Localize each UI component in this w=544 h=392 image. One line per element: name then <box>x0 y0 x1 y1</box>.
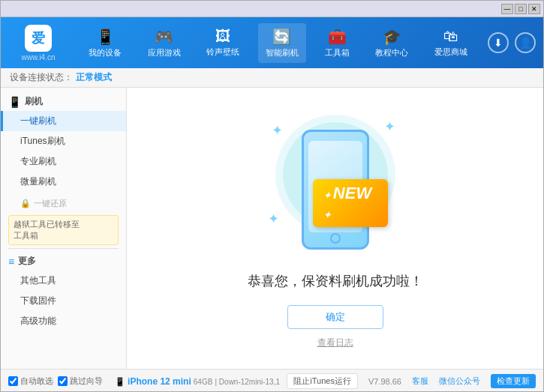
store-label: 爱思商城 <box>434 46 467 58</box>
store-icon: 🛍 <box>443 28 458 45</box>
nav-store[interactable]: 🛍 爱思商城 <box>427 23 475 62</box>
other-tools-label: 其他工具 <box>20 275 56 286</box>
content-area: ✦ ✦ ✦ NEW 恭喜您，保资料刷机成功啦！ 确定 查看日志 <box>127 88 543 369</box>
nav-bar: 📱 我的设备 🎮 应用游戏 🖼 铃声壁纸 🔄 智能刷机 🧰 工具箱 🎓 <box>76 23 480 63</box>
flash-section-label: 刷机 <box>25 95 43 108</box>
nav-tutorial[interactable]: 🎓 教程中心 <box>368 23 416 63</box>
sidebar-item-pro-flash[interactable]: 专业刷机 <box>1 151 126 172</box>
main-area: 📱 刷机 一键刷机 iTunes刷机 专业刷机 微量刷机 <box>1 88 543 369</box>
device-name: iPhone 12 mini <box>128 376 191 387</box>
pro-flash-label: 专业刷机 <box>20 156 56 166</box>
nav-ringtone-wallpaper[interactable]: 🖼 铃声壁纸 <box>199 23 247 62</box>
one-key-flash-label: 一键刷机 <box>20 115 56 126</box>
sidebar: 📱 刷机 一键刷机 iTunes刷机 专业刷机 微量刷机 <box>1 88 127 369</box>
notice-text: 越狱工具已转移至工具箱 <box>14 220 80 240</box>
sparkle-2: ✦ <box>384 118 395 135</box>
more-section-icon: ≡ <box>8 256 14 268</box>
header: 爱 www.i4.cn 📱 我的设备 🎮 应用游戏 🖼 铃声壁纸 🔄 智能刷机 <box>1 17 543 68</box>
confirm-button[interactable]: 确定 <box>287 305 383 329</box>
sidebar-section-flash: 📱 刷机 一键刷机 iTunes刷机 专业刷机 微量刷机 <box>1 92 126 192</box>
restore-label: 一键还原 <box>34 198 67 209</box>
advanced-label: 高级功能 <box>20 316 56 326</box>
sidebar-section-more: ≡ 更多 其他工具 下载固件 高级功能 <box>1 252 126 331</box>
restore-section-header: 🔒 一键还原 <box>1 195 126 212</box>
new-badge: NEW <box>313 179 388 227</box>
view-log-link[interactable]: 查看日志 <box>317 337 353 349</box>
device-capacity: 64GB <box>194 378 213 386</box>
maximize-button[interactable]: □ <box>515 4 527 14</box>
app-game-icon: 🎮 <box>155 28 173 46</box>
wechat-public-link[interactable]: 微信公众号 <box>439 376 480 387</box>
my-device-icon: 📱 <box>96 28 115 46</box>
minimize-button[interactable]: — <box>501 4 513 14</box>
auto-report-checkbox[interactable]: 自动敢选 <box>8 376 53 387</box>
toolbox-label: 工具箱 <box>325 47 350 58</box>
sidebar-item-one-key-flash[interactable]: 一键刷机 <box>1 111 126 131</box>
phone-home-btn <box>330 233 341 244</box>
sparkle-3: ✦ <box>268 211 279 227</box>
skip-wizard-checkbox[interactable]: 跳过向导 <box>58 376 103 387</box>
toolbox-icon: 🧰 <box>328 28 347 46</box>
nav-my-device[interactable]: 📱 我的设备 <box>81 23 129 63</box>
ringtone-label: 铃声壁纸 <box>206 46 239 58</box>
my-device-label: 我的设备 <box>89 47 122 58</box>
footer: 自动敢选 跳过向导 📱 iPhone 12 mini 64GB | Down-1… <box>1 369 543 392</box>
tutorial-icon: 🎓 <box>383 28 401 46</box>
jailbreak-notice: 越狱工具已转移至工具箱 <box>8 215 119 245</box>
customer-service-link[interactable]: 客服 <box>412 376 428 387</box>
ringtone-icon: 🖼 <box>215 28 230 45</box>
sidebar-divider <box>8 248 119 249</box>
lock-icon: 🔒 <box>20 199 31 208</box>
skip-wizard-input[interactable] <box>58 376 68 386</box>
itunes-flash-label: iTunes刷机 <box>20 136 65 146</box>
phone-icon: 📱 <box>115 377 128 386</box>
sidebar-item-itunes-flash[interactable]: iTunes刷机 <box>1 131 126 151</box>
title-bar: — □ ✕ <box>1 1 543 17</box>
smart-flash-icon: 🔄 <box>272 28 291 46</box>
more-section-header: ≡ 更多 <box>1 252 126 271</box>
footer-status: 阻止iTunes运行 V7.98.66 客服 微信公众号 检查更新 <box>287 373 536 389</box>
logo[interactable]: 爱 www.i4.cn <box>8 25 68 61</box>
auto-report-label: 自动敢选 <box>20 376 53 387</box>
flash-section-icon: 📱 <box>8 96 21 108</box>
footer-left: 自动敢选 跳过向导 📱 iPhone 12 mini 64GB | Down-1… <box>8 376 287 387</box>
nav-app-game[interactable]: 🎮 应用游戏 <box>140 23 188 63</box>
app-game-label: 应用游戏 <box>148 47 181 58</box>
stop-itunes-button[interactable]: 阻止iTunes运行 <box>287 373 358 389</box>
logo-letter: 爱 <box>32 29 45 47</box>
sidebar-section-restore: 🔒 一键还原 越狱工具已转移至工具箱 <box>1 195 126 245</box>
more-section-label: 更多 <box>18 255 36 268</box>
check-update-button[interactable]: 检查更新 <box>491 374 536 388</box>
success-illustration: ✦ ✦ ✦ NEW <box>260 107 410 257</box>
device-model-text: Down-12mini-13,1 <box>219 378 280 386</box>
status-bar: 设备连接状态： 正常模式 <box>1 68 543 88</box>
skip-wizard-label: 跳过向导 <box>70 376 103 387</box>
close-button[interactable]: ✕ <box>528 4 540 14</box>
status-value: 正常模式 <box>76 71 112 84</box>
main-window: — □ ✕ 爱 www.i4.cn 📱 我的设备 🎮 应用游戏 🖼 铃声壁纸 <box>0 0 544 392</box>
micro-flash-label: 微量刷机 <box>20 176 56 187</box>
device-info: 📱 iPhone 12 mini 64GB | Down-12mini-13,1 <box>115 376 280 387</box>
auto-report-input[interactable] <box>8 376 18 386</box>
nav-toolbox[interactable]: 🧰 工具箱 <box>317 23 357 63</box>
download-firmware-label: 下载固件 <box>20 295 56 306</box>
smart-flash-label: 智能刷机 <box>266 47 299 58</box>
user-button[interactable]: 👤 <box>515 32 536 53</box>
status-label: 设备连接状态： <box>10 71 73 84</box>
logo-icon: 爱 <box>25 25 52 52</box>
download-button[interactable]: ⬇ <box>488 32 509 53</box>
logo-url: www.i4.cn <box>21 53 55 61</box>
version-text: V7.98.66 <box>368 377 401 386</box>
nav-smart-flash[interactable]: 🔄 智能刷机 <box>258 23 306 63</box>
sidebar-item-advanced[interactable]: 高级功能 <box>1 311 126 331</box>
sidebar-item-other-tools[interactable]: 其他工具 <box>1 271 126 291</box>
nav-actions: ⬇ 👤 <box>488 32 536 53</box>
tutorial-label: 教程中心 <box>375 47 408 58</box>
sidebar-item-micro-flash[interactable]: 微量刷机 <box>1 172 126 192</box>
success-message: 恭喜您，保资料刷机成功啦！ <box>248 272 423 290</box>
flash-section-header: 📱 刷机 <box>1 92 126 111</box>
sidebar-item-download-firmware[interactable]: 下载固件 <box>1 291 126 311</box>
sparkle-1: ✦ <box>272 122 283 139</box>
